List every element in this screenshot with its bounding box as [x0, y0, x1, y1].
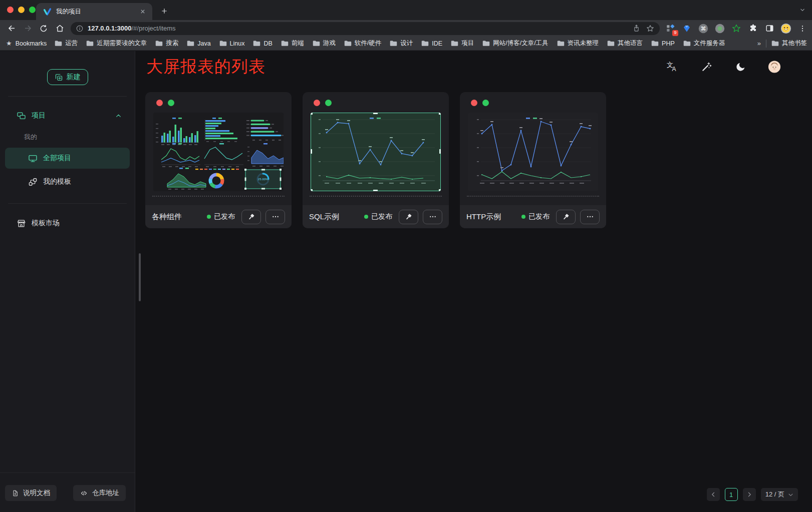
- bookmark-folder[interactable]: DB: [253, 40, 272, 47]
- hammer-edit-icon: [247, 213, 255, 221]
- sidebar-item-template-market[interactable]: 模板市场: [0, 215, 135, 232]
- card-traffic-dots: [145, 92, 292, 106]
- bookmarks-overflow-icon[interactable]: »: [757, 40, 761, 47]
- bookmarks-right-group: » 其他书签: [757, 39, 807, 48]
- edit-project-button[interactable]: [241, 210, 261, 224]
- close-window-button[interactable]: [7, 7, 14, 13]
- mini-single-line-chart: [204, 143, 243, 167]
- tab-close-icon[interactable]: [138, 7, 147, 16]
- more-ellipsis-icon: [429, 213, 437, 221]
- magic-wand-icon[interactable]: [700, 60, 713, 73]
- bookmark-folder[interactable]: 资讯未整理: [557, 39, 599, 48]
- bookmark-folder[interactable]: 软件/硬件: [344, 39, 381, 48]
- bookmark-folder[interactable]: Linux: [219, 40, 245, 47]
- more-actions-button[interactable]: [265, 210, 285, 224]
- bookmark-folder[interactable]: 项目: [451, 39, 474, 48]
- bookmark-folder[interactable]: 网站/博客/文章/工具: [482, 39, 548, 48]
- bookmark-folder-label: PHP: [662, 40, 675, 47]
- recorder-icon[interactable]: [714, 23, 725, 34]
- bookmark-folder-label: 其他语言: [618, 39, 643, 48]
- bookmark-folder[interactable]: 搜索: [155, 39, 178, 48]
- sidebar-item-all-projects[interactable]: 全部项目: [5, 148, 130, 169]
- bookmark-folder[interactable]: 前端: [281, 39, 304, 48]
- forward-button[interactable]: [21, 22, 35, 36]
- other-bookmarks-item[interactable]: 其他书签: [771, 39, 807, 48]
- share-icon[interactable]: [632, 24, 641, 33]
- browser-tab[interactable]: 我的项目: [36, 3, 152, 20]
- card-preview-thumbnail[interactable]: 25.00%: [153, 113, 284, 191]
- folder-icon: [651, 40, 659, 47]
- moon-icon[interactable]: [734, 60, 747, 73]
- profile-smiley-avatar[interactable]: [780, 23, 791, 34]
- kebab-menu-icon[interactable]: [797, 23, 808, 34]
- prev-page-button[interactable]: [707, 488, 720, 501]
- bookmark-folder[interactable]: 运营: [55, 39, 78, 48]
- docs-button[interactable]: 说明文档: [5, 485, 57, 501]
- bookmark-folder[interactable]: 游戏: [313, 39, 336, 48]
- translate-icon[interactable]: 文 A: [666, 60, 679, 73]
- status-label: 已发布: [214, 212, 235, 221]
- bookmark-folder[interactable]: 设计: [390, 39, 413, 48]
- edit-project-button[interactable]: [556, 210, 576, 224]
- bookmark-folder-label: 搜索: [166, 39, 178, 48]
- edit-project-button[interactable]: [399, 210, 418, 224]
- bookmark-folder[interactable]: 其他语言: [607, 39, 643, 48]
- puzzle-extensions-icon[interactable]: [747, 23, 758, 34]
- tab-groups-icon[interactable]: 9: [665, 23, 676, 34]
- mini-area-chart: [247, 143, 284, 167]
- command-icon[interactable]: ⌘: [698, 23, 709, 34]
- bookmark-folder-label: 设计: [400, 39, 413, 48]
- tab-search-chevron-icon[interactable]: [799, 6, 806, 13]
- reload-button[interactable]: [37, 22, 51, 36]
- folder-icon: [557, 40, 565, 47]
- project-card[interactable]: SQL示例 已发布: [303, 92, 449, 228]
- folder-icon: [607, 40, 615, 47]
- gem-icon[interactable]: [681, 23, 692, 34]
- maximize-window-button[interactable]: [29, 7, 36, 13]
- monitor-icon: [28, 154, 38, 163]
- new-tab-button[interactable]: [159, 6, 170, 17]
- more-actions-button[interactable]: [580, 210, 600, 224]
- bookmark-folder[interactable]: Java: [187, 40, 210, 47]
- tab-title: 我的项目: [56, 8, 134, 16]
- scrollbar-thumb[interactable]: [139, 253, 141, 301]
- preview-line-chart: [477, 118, 592, 184]
- bookmark-folder[interactable]: IDE: [421, 40, 442, 47]
- bookmark-star-icon[interactable]: [646, 24, 655, 33]
- main-content: 大屏报表的列表 文 A: [135, 51, 812, 512]
- home-button[interactable]: [53, 22, 67, 36]
- bookmark-folder[interactable]: PHP: [651, 40, 675, 47]
- minimize-window-button[interactable]: [18, 7, 25, 13]
- bookmark-folder[interactable]: 近期需要读的文章: [86, 39, 147, 48]
- side-panel-icon[interactable]: [764, 23, 775, 34]
- repo-button[interactable]: 仓库地址: [73, 485, 126, 501]
- chevron-right-icon: [746, 491, 752, 497]
- green-star-icon[interactable]: [731, 23, 742, 34]
- sidebar-item-my-templates[interactable]: 我的模板: [5, 171, 130, 192]
- bookmark-folder[interactable]: 文件服务器: [683, 39, 725, 48]
- page-size-select[interactable]: 12 / 页: [761, 488, 798, 501]
- bookmark-folder-label: Linux: [230, 40, 245, 47]
- copy-plus-icon: [55, 73, 63, 82]
- site-info-icon[interactable]: [76, 25, 84, 33]
- bookmarks-root-item[interactable]: ★ Bookmarks: [6, 40, 47, 47]
- sidebar-section-project[interactable]: 项目: [0, 108, 135, 124]
- card-preview-thumbnail[interactable]: [468, 113, 598, 191]
- current-page-button[interactable]: 1: [725, 488, 738, 501]
- new-project-button[interactable]: 新建: [47, 69, 88, 85]
- project-name: 各种组件: [152, 212, 202, 222]
- more-actions-button[interactable]: [423, 210, 442, 224]
- extension-badge: 9: [672, 30, 678, 36]
- next-page-button[interactable]: [743, 488, 756, 501]
- card-preview-thumbnail[interactable]: [311, 113, 441, 191]
- user-avatar[interactable]: [768, 60, 781, 73]
- docs-button-label: 说明文档: [23, 488, 50, 497]
- project-card[interactable]: HTTP示例 已发布: [460, 92, 606, 228]
- project-card[interactable]: 25.00% 各种组件 已发布: [145, 92, 292, 228]
- card-red-dot: [314, 100, 320, 106]
- bookmark-folder-label: 运营: [65, 39, 78, 48]
- back-button[interactable]: [5, 22, 19, 36]
- url-bar[interactable]: 127.0.0.1:3000/#/project/items: [71, 22, 660, 35]
- folder-icon: [344, 40, 352, 47]
- pagination: 1 12 / 页: [707, 488, 798, 501]
